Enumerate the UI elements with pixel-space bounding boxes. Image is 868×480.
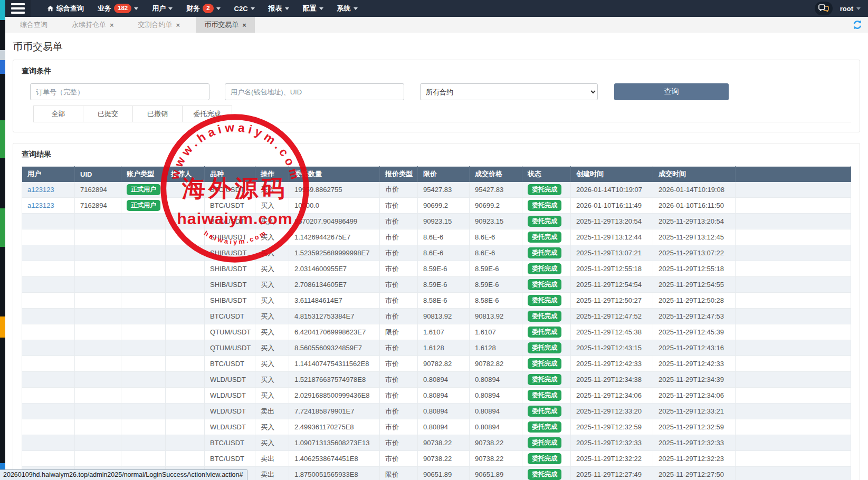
cell-limit_price: 90738.22 [418,451,470,467]
cell-status: 委托完成 [522,356,571,372]
cell-amount: 1.5235925689999998E7 [289,245,380,261]
username-label: root [840,5,853,13]
nav-item-3[interactable]: 财务2 [179,0,227,17]
filters-host: 全部已提交已撤销委托完成 [33,105,232,122]
nav-item-6[interactable]: 配置 [296,0,330,17]
cell-side: 买入 [255,277,289,293]
cell-amount: 1.8750051565933E8 [289,467,380,480]
cell-blank [736,198,851,214]
cell-uid [75,404,121,419]
cell-referrer [166,451,205,467]
cell-created_at: 2025-11-29T12:33:20 [571,404,653,419]
user-link[interactable]: a123123 [27,186,54,194]
cell-user [22,404,75,419]
username-input[interactable] [225,83,404,100]
tab-1[interactable]: 永续持仓单× [63,17,122,33]
cell-user [22,324,75,340]
cell-dealt_at: 2025-11-29T12:54:55 [653,277,736,293]
cell-status: 委托完成 [522,214,571,229]
cell-side: 买入 [255,324,289,340]
screen-edge-sliver [0,0,5,480]
filter-button-2[interactable]: 已撤销 [132,105,183,122]
query-results-title: 查询结果 [22,150,851,159]
contract-select[interactable]: 所有合约 [420,83,598,100]
cell-account_type: 正式用户 [121,182,166,198]
cell-quote_type: 限价 [380,324,418,340]
cell-account_type [121,214,166,229]
search-button[interactable]: 查询 [614,83,729,100]
navbar-right: root [815,0,868,17]
cell-amount: 8.56055609324859E7 [289,340,380,356]
user-menu[interactable]: root [840,5,861,13]
cell-blank [736,229,851,245]
cell-pair: QTUM/USDT [205,324,255,340]
cell-uid [75,229,121,245]
nav-item-4[interactable]: C2C [227,0,262,17]
close-icon[interactable]: × [110,22,114,28]
table-row: QTUM/USDT买入6.420417069998623E7限价1.61071.… [22,324,851,340]
messages-button[interactable] [815,2,833,15]
cell-status: 委托完成 [522,229,571,245]
cell-account_type [121,245,166,261]
nav-item-1[interactable]: 业务182 [91,0,145,17]
cell-uid [75,340,121,356]
cell-pair: SHIB/USDT [205,229,255,245]
cell-status: 委托完成 [522,261,571,277]
cell-blank [736,467,851,480]
cell-quote_type: 限价 [380,467,418,480]
cell-uid [75,293,121,309]
cell-deal_price: 1.6128 [470,340,522,356]
cell-dealt_at: 2025-11-29T13:07:22 [653,245,736,261]
cell-user [22,277,75,293]
tab-0[interactable]: 综合查询 [12,17,56,33]
filter-button-1[interactable]: 已提交 [83,105,133,122]
order-number-input[interactable] [30,83,209,100]
nav-item-5[interactable]: 报表 [262,0,296,17]
cell-account_type [121,404,166,419]
cell-quote_type: 市价 [380,451,418,467]
refresh-button[interactable] [852,20,863,30]
cell-dealt_at: 2025-11-29T12:33:21 [653,404,736,419]
cell-deal_price: 0.80894 [470,388,522,404]
cell-uid: 7162894 [75,182,121,198]
cell-referrer [166,277,205,293]
nav-item-0[interactable]: 综合查询 [40,0,91,17]
cell-quote_type: 市价 [380,198,418,214]
cell-limit_price: 95427.83 [418,182,470,198]
cell-uid [75,324,121,340]
chevron-down-icon [354,7,358,10]
tab-3[interactable]: 币币交易单× [196,17,255,33]
cell-user: a123123 [22,198,75,214]
cell-deal_price: 8.6E-6 [470,229,522,245]
cell-user [22,245,75,261]
cell-dealt_at: 2025-11-29T12:32:33 [653,435,736,451]
cell-referrer [166,309,205,324]
user-link[interactable]: a123123 [27,201,54,209]
cell-side: 买入 [255,340,289,356]
cell-dealt_at: 2025-11-29T12:34:39 [653,372,736,388]
filter-button-3[interactable]: 委托完成 [182,105,232,122]
hamburger-menu-icon[interactable] [5,0,31,17]
tab-2[interactable]: 交割合约单× [130,17,189,33]
cell-blank [736,293,851,309]
cell-limit_price: 0.80894 [418,419,470,435]
status-filter-group: 全部已提交已撤销委托完成 [33,105,851,122]
cell-pair: SHIB/USDT [205,245,255,261]
cell-limit_price: 8.58E-6 [418,293,470,309]
filter-button-0[interactable]: 全部 [33,105,83,122]
link-preview-statusbar: 20260109hd.haiwaiym26.top/admin2025/norm… [0,469,247,480]
cell-pair: SHIB/USDT [205,293,255,309]
close-icon[interactable]: × [176,22,180,28]
nav-item-2[interactable]: 用户 [145,0,179,17]
cell-blank [736,451,851,467]
cell-created_at: 2025-11-29T13:20:54 [571,214,653,229]
nav-item-label: C2C [234,5,248,13]
cell-side: 买入 [255,229,289,245]
tabs-host: 综合查询永续持仓单×交割合约单×币币交易单× [12,17,262,33]
cell-side: 卖出 [255,467,289,480]
status-badge: 委托完成 [528,232,561,243]
nav-item-7[interactable]: 系统 [330,0,365,17]
cell-user [22,340,75,356]
table-row: BTC/USDT买入4.815312753384E7市价90813.929081… [22,309,851,324]
close-icon[interactable]: × [242,22,246,28]
